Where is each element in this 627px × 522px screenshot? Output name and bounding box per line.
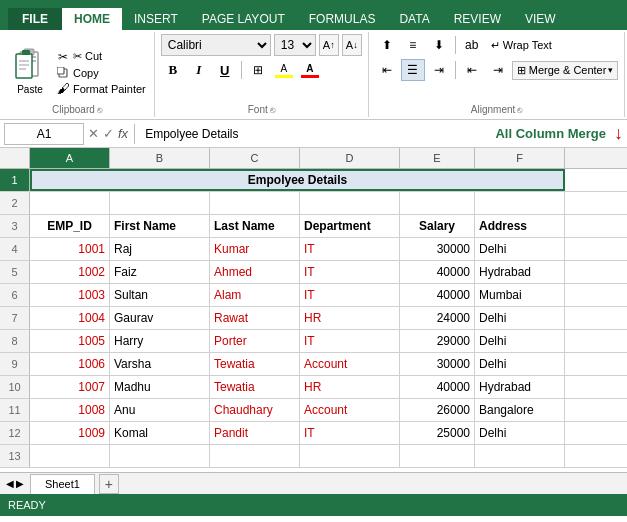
tab-home[interactable]: HOME (62, 8, 122, 30)
cell-C6[interactable]: Alam (210, 284, 300, 306)
sheet-tab-1[interactable]: Sheet1 (30, 474, 95, 494)
cut-button[interactable]: ✂ ✂ Cut (54, 49, 148, 65)
top-align-button[interactable]: ⬆ (375, 34, 399, 56)
cell-E3[interactable]: Salary (400, 215, 475, 237)
confirm-formula-icon[interactable]: ✓ (103, 126, 114, 141)
cell-B4[interactable]: Raj (110, 238, 210, 260)
paste-button[interactable]: Paste (6, 36, 54, 108)
cell-D12[interactable]: IT (300, 422, 400, 444)
cell-E4[interactable]: 30000 (400, 238, 475, 260)
cell-E10[interactable]: 40000 (400, 376, 475, 398)
cell-C7[interactable]: Rawat (210, 307, 300, 329)
cell-A11[interactable]: 1008 (30, 399, 110, 421)
name-box[interactable]: A1 (4, 123, 84, 145)
copy-button[interactable]: Copy (54, 65, 148, 81)
col-header-B[interactable]: B (110, 148, 210, 168)
cell-E5[interactable]: 40000 (400, 261, 475, 283)
tab-view[interactable]: VIEW (513, 8, 568, 30)
cell-B13[interactable] (110, 445, 210, 467)
cell-D7[interactable]: HR (300, 307, 400, 329)
align-left-button[interactable]: ⇤ (375, 59, 399, 81)
scroll-left-icon[interactable]: ◀ (6, 478, 14, 489)
cell-F11[interactable]: Bangalore (475, 399, 565, 421)
italic-button[interactable]: I (187, 59, 211, 81)
font-color-button[interactable]: A (298, 59, 322, 81)
cell-D5[interactable]: IT (300, 261, 400, 283)
cell-C4[interactable]: Kumar (210, 238, 300, 260)
cell-F10[interactable]: Hydrabad (475, 376, 565, 398)
col-header-C[interactable]: C (210, 148, 300, 168)
cell-B3[interactable]: First Name (110, 215, 210, 237)
cell-D2[interactable] (300, 192, 400, 214)
cell-A12[interactable]: 1009 (30, 422, 110, 444)
merge-dropdown-icon[interactable]: ▾ (608, 65, 613, 75)
align-center-button[interactable]: ☰ (401, 59, 425, 81)
cell-B6[interactable]: Sultan (110, 284, 210, 306)
cell-F9[interactable]: Delhi (475, 353, 565, 375)
underline-button[interactable]: U (213, 59, 237, 81)
cell-A8[interactable]: 1005 (30, 330, 110, 352)
col-header-E[interactable]: E (400, 148, 475, 168)
font-name-select[interactable]: Calibri (161, 34, 271, 56)
cell-E11[interactable]: 26000 (400, 399, 475, 421)
decrease-font-button[interactable]: A↓ (342, 34, 362, 56)
cell-A4[interactable]: 1001 (30, 238, 110, 260)
col-header-A[interactable]: A (30, 148, 110, 168)
cell-C5[interactable]: Ahmed (210, 261, 300, 283)
font-size-select[interactable]: 13 (274, 34, 316, 56)
tab-insert[interactable]: INSERT (122, 8, 190, 30)
cell-D6[interactable]: IT (300, 284, 400, 306)
cell-A13[interactable] (30, 445, 110, 467)
cell-F6[interactable]: Mumbai (475, 284, 565, 306)
cell-E7[interactable]: 24000 (400, 307, 475, 329)
cell-E9[interactable]: 30000 (400, 353, 475, 375)
col-header-F[interactable]: F (475, 148, 565, 168)
font-expand-icon[interactable]: ⎋ (270, 105, 275, 115)
cell-A7[interactable]: 1004 (30, 307, 110, 329)
wrap-text-button[interactable]: ↵ Wrap Text (486, 36, 557, 55)
tab-review[interactable]: REVIEW (442, 8, 513, 30)
cell-C8[interactable]: Porter (210, 330, 300, 352)
cell-E2[interactable] (400, 192, 475, 214)
cell-C11[interactable]: Chaudhary (210, 399, 300, 421)
col-header-D[interactable]: D (300, 148, 400, 168)
cell-D9[interactable]: Account (300, 353, 400, 375)
alignment-expand-icon[interactable]: ⎋ (517, 105, 522, 115)
increase-indent-button[interactable]: ⇥ (486, 59, 510, 81)
cell-B12[interactable]: Komal (110, 422, 210, 444)
insert-function-icon[interactable]: fx (118, 126, 128, 141)
cell-F8[interactable]: Delhi (475, 330, 565, 352)
cell-D10[interactable]: HR (300, 376, 400, 398)
cell-A1[interactable]: Empolyee Details (30, 169, 565, 191)
cell-E13[interactable] (400, 445, 475, 467)
cell-B9[interactable]: Varsha (110, 353, 210, 375)
tab-data[interactable]: DATA (387, 8, 441, 30)
cell-C2[interactable] (210, 192, 300, 214)
bottom-align-button[interactable]: ⬇ (427, 34, 451, 56)
tab-page-layout[interactable]: PAGE LAYOUT (190, 8, 297, 30)
border-button[interactable]: ⊞ (246, 59, 270, 81)
orient-button[interactable]: ab (460, 34, 484, 56)
cell-C3[interactable]: Last Name (210, 215, 300, 237)
bold-button[interactable]: B (161, 59, 185, 81)
cell-F3[interactable]: Address (475, 215, 565, 237)
increase-font-button[interactable]: A↑ (319, 34, 339, 56)
cell-F7[interactable]: Delhi (475, 307, 565, 329)
fill-color-button[interactable]: A (272, 59, 296, 81)
cell-A5[interactable]: 1002 (30, 261, 110, 283)
cell-C12[interactable]: Pandit (210, 422, 300, 444)
cell-B7[interactable]: Gaurav (110, 307, 210, 329)
cell-B8[interactable]: Harry (110, 330, 210, 352)
cell-A9[interactable]: 1006 (30, 353, 110, 375)
cell-D13[interactable] (300, 445, 400, 467)
cell-F4[interactable]: Delhi (475, 238, 565, 260)
cell-B10[interactable]: Madhu (110, 376, 210, 398)
formula-input[interactable] (141, 123, 471, 145)
tab-formulas[interactable]: FORMULAS (297, 8, 388, 30)
add-sheet-button[interactable]: + (99, 474, 119, 494)
cancel-formula-icon[interactable]: ✕ (88, 126, 99, 141)
cell-E6[interactable]: 40000 (400, 284, 475, 306)
cell-F12[interactable]: Delhi (475, 422, 565, 444)
cell-E8[interactable]: 29000 (400, 330, 475, 352)
cell-F5[interactable]: Hydrabad (475, 261, 565, 283)
